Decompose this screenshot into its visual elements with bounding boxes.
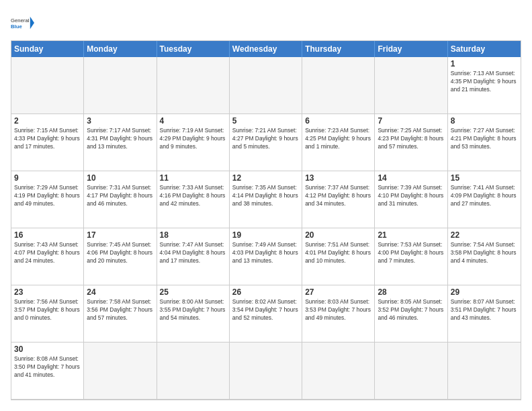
calendar-cell <box>84 342 157 400</box>
day-number: 27 <box>305 287 371 297</box>
svg-text:General: General <box>11 17 30 24</box>
calendar-cell: 12Sunrise: 7:35 AM Sunset: 4:14 PM Dayli… <box>230 171 302 228</box>
day-number: 7 <box>378 116 444 126</box>
calendar-cell <box>230 57 302 114</box>
calendar-cell: 9Sunrise: 7:29 AM Sunset: 4:19 PM Daylig… <box>11 171 84 228</box>
calendar-cell <box>157 342 230 400</box>
day-number: 17 <box>87 230 153 240</box>
page: GeneralBlue SundayMondayTuesdayWednesday… <box>0 0 532 411</box>
calendar-cell <box>84 57 157 114</box>
calendar: SundayMondayTuesdayWednesdayThursdayFrid… <box>11 40 521 400</box>
sun-info: Sunrise: 7:15 AM Sunset: 4:33 PM Dayligh… <box>14 127 81 151</box>
calendar-cell: 27Sunrise: 8:03 AM Sunset: 3:53 PM Dayli… <box>302 285 375 342</box>
calendar-cell: 29Sunrise: 8:07 AM Sunset: 3:51 PM Dayli… <box>448 285 521 342</box>
day-of-week-saturday: Saturday <box>448 41 521 57</box>
calendar-cell: 21Sunrise: 7:53 AM Sunset: 4:00 PM Dayli… <box>375 228 447 285</box>
day-number: 28 <box>378 287 444 297</box>
calendar-cell: 7Sunrise: 7:25 AM Sunset: 4:23 PM Daylig… <box>375 114 447 171</box>
day-number: 19 <box>232 230 299 240</box>
sun-info: Sunrise: 7:13 AM Sunset: 4:35 PM Dayligh… <box>451 70 518 94</box>
calendar-cell: 24Sunrise: 7:58 AM Sunset: 3:56 PM Dayli… <box>84 285 157 342</box>
calendar-cell: 30Sunrise: 8:08 AM Sunset: 3:50 PM Dayli… <box>11 342 84 400</box>
calendar-cell: 16Sunrise: 7:43 AM Sunset: 4:07 PM Dayli… <box>11 228 84 285</box>
calendar-cell: 11Sunrise: 7:33 AM Sunset: 4:16 PM Dayli… <box>157 171 230 228</box>
day-number: 15 <box>451 173 518 183</box>
day-number: 23 <box>14 287 81 297</box>
sun-info: Sunrise: 7:25 AM Sunset: 4:23 PM Dayligh… <box>378 127 444 151</box>
calendar-cell <box>448 342 521 400</box>
sun-info: Sunrise: 7:31 AM Sunset: 4:17 PM Dayligh… <box>87 184 153 208</box>
day-number: 5 <box>232 116 299 126</box>
day-number: 2 <box>14 116 81 126</box>
day-of-week-friday: Friday <box>375 41 447 57</box>
day-number: 6 <box>305 116 371 126</box>
day-of-week-tuesday: Tuesday <box>157 41 230 57</box>
calendar-cell: 3Sunrise: 7:17 AM Sunset: 4:31 PM Daylig… <box>84 114 157 171</box>
calendar-cell: 4Sunrise: 7:19 AM Sunset: 4:29 PM Daylig… <box>157 114 230 171</box>
sun-info: Sunrise: 8:05 AM Sunset: 3:52 PM Dayligh… <box>378 298 444 322</box>
calendar-cell: 18Sunrise: 7:47 AM Sunset: 4:04 PM Dayli… <box>157 228 230 285</box>
day-number: 26 <box>232 287 299 297</box>
sun-info: Sunrise: 8:00 AM Sunset: 3:55 PM Dayligh… <box>160 298 226 322</box>
calendar-cell: 14Sunrise: 7:39 AM Sunset: 4:10 PM Dayli… <box>375 171 447 228</box>
calendar-cell: 23Sunrise: 7:56 AM Sunset: 3:57 PM Dayli… <box>11 285 84 342</box>
day-number: 14 <box>378 173 444 183</box>
calendar-body: 1Sunrise: 7:13 AM Sunset: 4:35 PM Daylig… <box>11 57 521 400</box>
sun-info: Sunrise: 7:33 AM Sunset: 4:16 PM Dayligh… <box>160 184 226 208</box>
sun-info: Sunrise: 8:07 AM Sunset: 3:51 PM Dayligh… <box>451 298 518 322</box>
day-number: 20 <box>305 230 371 240</box>
sun-info: Sunrise: 7:17 AM Sunset: 4:31 PM Dayligh… <box>87 127 153 151</box>
sun-info: Sunrise: 7:56 AM Sunset: 3:57 PM Dayligh… <box>14 298 81 322</box>
calendar-cell: 17Sunrise: 7:45 AM Sunset: 4:06 PM Dayli… <box>84 228 157 285</box>
day-number: 21 <box>378 230 444 240</box>
calendar-cell: 28Sunrise: 8:05 AM Sunset: 3:52 PM Dayli… <box>375 285 447 342</box>
day-number: 29 <box>451 287 518 297</box>
day-number: 13 <box>305 173 371 183</box>
sun-info: Sunrise: 7:58 AM Sunset: 3:56 PM Dayligh… <box>87 298 153 322</box>
calendar-cell <box>230 342 302 400</box>
calendar-cell: 8Sunrise: 7:27 AM Sunset: 4:21 PM Daylig… <box>448 114 521 171</box>
day-number: 24 <box>87 287 153 297</box>
sun-info: Sunrise: 8:08 AM Sunset: 3:50 PM Dayligh… <box>14 355 81 379</box>
sun-info: Sunrise: 7:49 AM Sunset: 4:03 PM Dayligh… <box>232 241 299 265</box>
day-of-week-thursday: Thursday <box>302 41 375 57</box>
sun-info: Sunrise: 8:02 AM Sunset: 3:54 PM Dayligh… <box>232 298 299 322</box>
sun-info: Sunrise: 7:23 AM Sunset: 4:25 PM Dayligh… <box>305 127 371 151</box>
calendar-cell: 5Sunrise: 7:21 AM Sunset: 4:27 PM Daylig… <box>230 114 302 171</box>
sun-info: Sunrise: 7:37 AM Sunset: 4:12 PM Dayligh… <box>305 184 371 208</box>
calendar-cell <box>157 57 230 114</box>
day-of-week-monday: Monday <box>84 41 157 57</box>
sun-info: Sunrise: 7:27 AM Sunset: 4:21 PM Dayligh… <box>451 127 518 151</box>
calendar-cell: 26Sunrise: 8:02 AM Sunset: 3:54 PM Dayli… <box>230 285 302 342</box>
sun-info: Sunrise: 8:03 AM Sunset: 3:53 PM Dayligh… <box>305 298 371 322</box>
svg-text:Blue: Blue <box>11 24 22 30</box>
day-number: 3 <box>87 116 153 126</box>
sun-info: Sunrise: 7:51 AM Sunset: 4:01 PM Dayligh… <box>305 241 371 265</box>
logo: GeneralBlue <box>11 11 35 35</box>
sun-info: Sunrise: 7:19 AM Sunset: 4:29 PM Dayligh… <box>160 127 226 151</box>
calendar-cell <box>375 342 447 400</box>
day-of-week-wednesday: Wednesday <box>230 41 302 57</box>
sun-info: Sunrise: 7:47 AM Sunset: 4:04 PM Dayligh… <box>160 241 226 265</box>
header: GeneralBlue <box>11 11 521 35</box>
calendar-cell <box>302 342 375 400</box>
day-number: 12 <box>232 173 299 183</box>
calendar-cell: 1Sunrise: 7:13 AM Sunset: 4:35 PM Daylig… <box>448 57 521 114</box>
calendar-cell: 20Sunrise: 7:51 AM Sunset: 4:01 PM Dayli… <box>302 228 375 285</box>
day-number: 4 <box>160 116 226 126</box>
calendar-cell <box>11 57 84 114</box>
sun-info: Sunrise: 7:53 AM Sunset: 4:00 PM Dayligh… <box>378 241 444 265</box>
day-number: 22 <box>451 230 518 240</box>
calendar-cell: 22Sunrise: 7:54 AM Sunset: 3:58 PM Dayli… <box>448 228 521 285</box>
calendar-header: SundayMondayTuesdayWednesdayThursdayFrid… <box>11 41 521 57</box>
day-number: 10 <box>87 173 153 183</box>
day-number: 11 <box>160 173 226 183</box>
calendar-cell: 2Sunrise: 7:15 AM Sunset: 4:33 PM Daylig… <box>11 114 84 171</box>
sun-info: Sunrise: 7:54 AM Sunset: 3:58 PM Dayligh… <box>451 241 518 265</box>
day-number: 16 <box>14 230 81 240</box>
calendar-cell <box>375 57 447 114</box>
calendar-cell: 6Sunrise: 7:23 AM Sunset: 4:25 PM Daylig… <box>302 114 375 171</box>
sun-info: Sunrise: 7:21 AM Sunset: 4:27 PM Dayligh… <box>232 127 299 151</box>
sun-info: Sunrise: 7:41 AM Sunset: 4:09 PM Dayligh… <box>451 184 518 208</box>
day-number: 8 <box>451 116 518 126</box>
